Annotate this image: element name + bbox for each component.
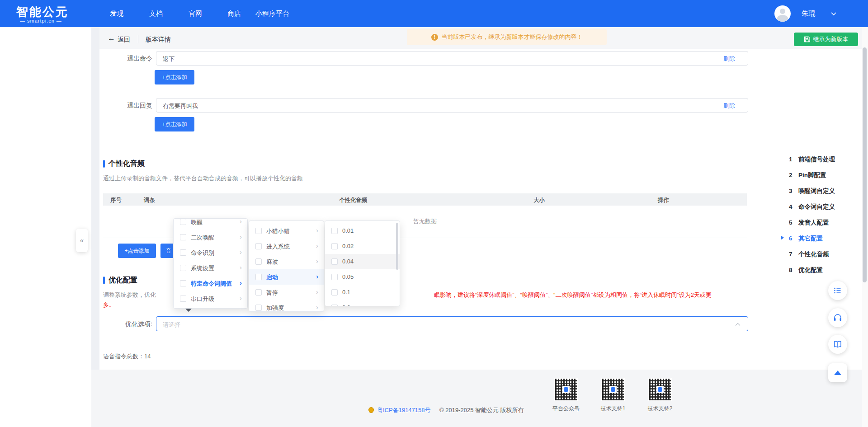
cascader-option-enter-system[interactable]: 进入系统› (249, 239, 324, 254)
cascader-option-specific-threshold[interactable]: 特定命令词阈值› (174, 276, 247, 291)
cascader-option-002[interactable]: 0.02 (325, 239, 400, 254)
exit-command-add-button[interactable]: +点击添加 (155, 70, 194, 84)
logo[interactable]: 智能公元 (16, 4, 69, 20)
warning-icon: ! (431, 34, 438, 41)
user-name[interactable]: 朱琨 (802, 9, 815, 18)
exit-reply-delete-link[interactable]: 删除 (723, 102, 735, 110)
nav-item-docs[interactable]: 文档 (149, 9, 163, 18)
cascader-option-secondary-wake[interactable]: 二次唤醒› (174, 230, 247, 245)
optimize-option-select[interactable]: 请选择 (156, 316, 748, 331)
audio-add-button[interactable]: +点击添加 (118, 244, 156, 258)
col-size: 大小 (533, 197, 545, 204)
optimize-desc-red-line2: 多。 (103, 301, 115, 309)
chevron-right-icon: › (240, 233, 242, 240)
checkbox[interactable] (331, 305, 338, 306)
cascader-option-02[interactable]: 0.2 (325, 300, 400, 306)
cascader-option-01[interactable]: 0.1 (325, 285, 400, 300)
chevron-right-icon: › (240, 279, 242, 286)
qr-logo-icon (564, 387, 568, 392)
chevron-up-icon (735, 323, 741, 326)
checkbox[interactable] (331, 274, 338, 280)
exit-command-input[interactable]: 退下 (156, 51, 748, 66)
warning-text: 当前版本已发布，继承为新版本才能保存修改的内容！ (442, 33, 583, 41)
cascader-option-pause[interactable]: 暂停› (249, 285, 324, 300)
exit-reply-input[interactable]: 有需要再叫我 (156, 98, 748, 113)
sidebar (0, 27, 91, 427)
page-scrollbar-thumb[interactable] (863, 47, 867, 282)
cascader-option-mabo[interactable]: 麻波› (249, 254, 324, 269)
cascader-option-system-settings[interactable]: 系统设置› (174, 260, 247, 276)
checkbox[interactable] (255, 258, 262, 265)
nav-item-miniprogram[interactable]: 小程序平台 (255, 9, 289, 18)
checkbox[interactable] (180, 280, 186, 286)
nav-item-store[interactable]: 商店 (227, 9, 241, 18)
anchor-item-8[interactable]: 8优化配置 (789, 266, 823, 274)
anchor-item-7[interactable]: 7个性化音频 (789, 250, 829, 258)
chevron-right-icon: › (240, 248, 242, 256)
checkbox[interactable] (255, 305, 262, 311)
checkbox[interactable] (331, 258, 338, 265)
checkbox[interactable] (180, 234, 186, 240)
back-button[interactable]: 返回 (118, 36, 130, 44)
qr-logo-icon (658, 387, 662, 392)
published-warning-banner: ! 当前版本已发布，继承为新版本才能保存修改的内容！ (407, 29, 607, 45)
anchor-item-5[interactable]: 5发音人配置 (789, 219, 829, 227)
chevron-right-icon: › (316, 303, 318, 311)
cascader-option-command-recognition[interactable]: 命令识别› (174, 245, 247, 260)
checkbox[interactable] (331, 243, 338, 249)
checkbox[interactable] (180, 219, 186, 225)
audio-table-header: 序号 词条 个性化音频 大小 操作 (103, 193, 747, 206)
checkbox[interactable] (180, 296, 186, 302)
cascader-option-serial-upgrade[interactable]: 串口升级› (174, 291, 247, 306)
anchor-item-6[interactable]: 6其它配置 (789, 235, 823, 243)
anchor-item-4[interactable]: 4命令词自定义 (789, 203, 835, 211)
page-gutter (91, 27, 99, 370)
fab-docs-button[interactable] (828, 335, 847, 354)
fab-support-button[interactable] (828, 308, 847, 327)
nav-item-website[interactable]: 官网 (189, 9, 202, 18)
back-arrow-icon[interactable]: ← (108, 34, 115, 43)
exit-command-delete-link[interactable]: 删除 (723, 55, 735, 63)
checkbox[interactable] (255, 289, 262, 296)
anchor-item-2[interactable]: 2Pin脚配置 (789, 171, 826, 179)
page-root: 智能公元 — smartpi.cn — 发现 文档 官网 商店 小程序平台 朱琨… (0, 0, 868, 427)
sidebar-collapse-button[interactable]: « (76, 229, 88, 252)
voice-total-value: 14 (144, 353, 151, 360)
checkbox[interactable] (180, 265, 186, 271)
checkbox[interactable] (331, 228, 338, 234)
page-title: 版本详情 (146, 36, 171, 44)
qr-label-platform: 平台公众号 (552, 405, 580, 413)
exit-reply-label: 退出回复 (107, 102, 152, 110)
checkbox[interactable] (180, 249, 186, 256)
icp-link[interactable]: 粤ICP备19147158号 (377, 406, 431, 414)
cascader-panel-1: 唤醒› 二次唤醒› 命令识别› 系统设置› 特定命令词阈值› 串口升级› (173, 218, 248, 309)
anchor-item-1[interactable]: 1前端信号处理 (789, 155, 835, 164)
checkbox[interactable] (255, 274, 262, 280)
save-icon (804, 36, 810, 42)
cascader-option-001[interactable]: 0.01 (325, 223, 400, 239)
avatar[interactable] (774, 5, 791, 22)
cascader-option-wake[interactable]: 唤醒› (174, 218, 247, 230)
cascader-option-intensity[interactable]: 加强度› (249, 300, 324, 312)
checkbox[interactable] (331, 289, 338, 296)
cascader-option-start[interactable]: 启动› (249, 269, 324, 285)
user-chevron-down-icon[interactable] (831, 12, 836, 16)
cascader-option-004[interactable]: 0.04 (325, 254, 400, 269)
inherit-new-version-button[interactable]: 继承为新版本 (794, 33, 858, 46)
anchor-item-3[interactable]: 3唤醒词自定义 (789, 187, 835, 195)
cascader-option-xiaomao[interactable]: 小猫小猫› (249, 223, 324, 239)
cascader-option-005[interactable]: 0.05 (325, 269, 400, 285)
back-to-top-button[interactable] (828, 363, 847, 382)
fab-catalog-button[interactable] (828, 281, 847, 300)
footer (91, 370, 868, 427)
nav-item-discover[interactable]: 发现 (110, 9, 123, 18)
checkbox[interactable] (255, 243, 262, 249)
chevron-right-icon: › (316, 242, 318, 249)
chevron-right-icon: › (316, 288, 318, 296)
checkbox[interactable] (255, 228, 262, 234)
col-actions: 操作 (658, 197, 669, 204)
exit-reply-value: 有需要再叫我 (163, 102, 198, 110)
exit-reply-add-button[interactable]: +点击添加 (155, 117, 194, 131)
cascader-scrollbar[interactable] (396, 223, 398, 270)
top-navbar: 智能公元 — smartpi.cn — 发现 文档 官网 商店 小程序平台 朱琨 (0, 0, 868, 27)
